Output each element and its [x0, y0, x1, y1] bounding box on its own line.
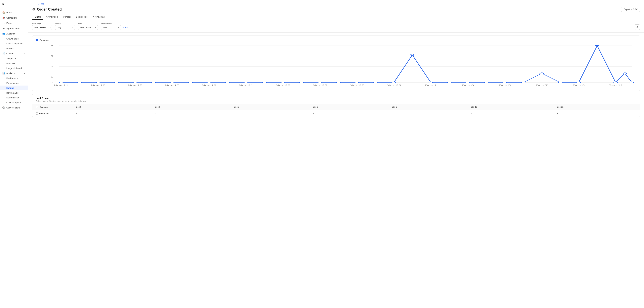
svg-text:1: 1 [50, 76, 53, 78]
sidebar-item-images-brand[interactable]: Images & brand [0, 66, 28, 71]
sidebar-item-home[interactable]: 🏠 Home [0, 10, 28, 15]
view-by-caret: ▾ [72, 27, 73, 28]
svg-text:Nov 13: Nov 13 [91, 84, 105, 86]
svg-text:Nov 23: Nov 23 [276, 84, 290, 86]
sidebar-item-campaigns[interactable]: 📣 Campaigns [0, 15, 28, 20]
table-row: Everyone 1 4 0 1 0 0 1 [32, 110, 640, 117]
sidebar-item-dashboards[interactable]: Dashboards [0, 76, 28, 81]
sidebar-section-content[interactable]: 📄 Content ▲ [0, 51, 28, 56]
data-point [59, 82, 63, 83]
date-range-select[interactable]: Last 30 Days ▾ [32, 25, 52, 30]
view-by-select[interactable]: Daily ▾ [55, 25, 75, 30]
tab-activity-feed[interactable]: Activity feed [43, 14, 60, 20]
sidebar-item-templates[interactable]: Templates [0, 56, 28, 61]
svg-text:Dec 11: Dec 11 [608, 84, 623, 86]
sidebar-item-home-label: Home [6, 11, 12, 14]
sidebar-item-products[interactable]: Products [0, 61, 28, 66]
sidebar-section-content-label: Content [6, 52, 14, 55]
date-range-group: Date range Last 30 Days ▾ [32, 22, 52, 30]
sidebar-item-conversations-label: Conversations [6, 107, 20, 109]
sidebar-item-experiments[interactable]: Experiments [0, 81, 28, 86]
svg-point-37 [577, 82, 580, 83]
sidebar-item-profiles-label: Profiles [6, 47, 14, 50]
sidebar-item-benchmarks-label: Benchmarks [6, 92, 18, 94]
tab-cohorts[interactable]: Cohorts [60, 14, 74, 20]
content-icon: 📄 [2, 52, 5, 55]
sidebar-item-growth-tools[interactable]: Growth tools [0, 36, 28, 41]
sidebar-item-profiles[interactable]: Profiles [0, 46, 28, 51]
svg-point-16 [189, 82, 192, 83]
sidebar-section-audience[interactable]: 👥 Audience ▲ [0, 31, 28, 36]
row-dec10-cell: 0 [467, 110, 554, 117]
sidebar-item-products-label: Products [6, 62, 15, 65]
sidebar-item-lists-segments-label: Lists & segments [6, 42, 23, 45]
breadcrumb[interactable]: ← ← Metrics [32, 3, 640, 5]
date-range-caret: ▾ [50, 27, 50, 28]
tabs: Chart Activity feed Cohorts Best people … [32, 14, 640, 19]
tab-chart[interactable]: Chart [32, 14, 43, 20]
sidebar-item-lists-segments[interactable]: Lists & segments [0, 41, 28, 46]
sidebar-nav: 🏠 Home 📣 Campaigns ▷ Flows ☰ Sign-up for… [0, 8, 28, 112]
export-csv-button[interactable]: Export to CSV [621, 7, 640, 12]
svg-point-24 [336, 82, 340, 83]
measurement-label: Measurement [100, 22, 121, 24]
breadcrumb-arrow: ← [32, 3, 34, 5]
sidebar-section-analytics[interactable]: 📊 Analytics ▲ [0, 71, 28, 76]
sidebar-item-signup-forms[interactable]: ☰ Sign-up forms [0, 26, 28, 31]
col-dec6: Dec 6 [152, 104, 230, 110]
sidebar-item-custom-reports[interactable]: Custom reports [0, 100, 28, 105]
row-checkbox[interactable] [36, 112, 38, 115]
view-by-group: View by Daily ▾ [55, 22, 75, 30]
sidebar-item-flows[interactable]: ▷ Flows [0, 20, 28, 26]
chart-line [61, 46, 632, 83]
svg-point-35 [540, 73, 544, 74]
row-dec5-cell: 1 [72, 110, 152, 117]
svg-point-17 [207, 82, 211, 83]
sidebar-item-signup-forms-label: Sign-up forms [6, 27, 20, 30]
campaigns-icon: 📣 [2, 16, 5, 19]
sidebar-item-images-brand-label: Images & brand [6, 67, 22, 69]
refresh-icon: ↺ [636, 26, 638, 28]
svg-text:Dec 5: Dec 5 [499, 84, 511, 86]
view-by-value: Daily [57, 26, 62, 29]
select-all-checkbox[interactable] [36, 106, 38, 108]
sidebar-item-deliverability-label: Deliverability [6, 96, 19, 99]
svg-text:Nov 15: Nov 15 [128, 84, 142, 86]
row-dec6-cell: 4 [152, 110, 230, 117]
date-range-value: Last 30 Days [34, 26, 46, 29]
tab-best-people[interactable]: Best people [74, 14, 90, 20]
svg-text:Nov 25: Nov 25 [312, 84, 327, 86]
svg-point-31 [466, 82, 470, 83]
svg-text:Nov 27: Nov 27 [350, 84, 364, 86]
measurement-select[interactable]: Total ▾ [100, 25, 121, 30]
svg-text:Nov 19: Nov 19 [202, 84, 216, 86]
tab-activity-map[interactable]: Activity map [90, 14, 107, 20]
row-dec11-cell: 1 [554, 110, 640, 117]
clear-button[interactable]: Clear [124, 25, 128, 30]
table-body: Everyone 1 4 0 1 0 0 1 [32, 110, 640, 117]
filter-caret: ▾ [95, 27, 96, 28]
svg-text:Nov 29: Nov 29 [386, 84, 401, 86]
col-dec8: Dec 8 [310, 104, 388, 110]
sidebar-item-deliverability[interactable]: Deliverability [0, 95, 28, 100]
svg-point-32 [484, 82, 488, 83]
measurement-caret: ▾ [118, 27, 119, 28]
measurement-group: Measurement Total ▾ [100, 22, 121, 30]
svg-text:Dec 1: Dec 1 [425, 84, 437, 86]
row-dec7-cell: 0 [230, 110, 310, 117]
sidebar-item-flows-label: Flows [6, 22, 12, 24]
sidebar-item-benchmarks[interactable]: Benchmarks [0, 90, 28, 95]
sidebar-item-custom-reports-label: Custom reports [6, 101, 21, 104]
filter-select[interactable]: Select a filter ▾ [78, 25, 98, 30]
sidebar-item-experiments-label: Experiments [6, 82, 18, 84]
svg-point-21 [281, 82, 285, 83]
refresh-button[interactable]: ↺ [634, 24, 640, 30]
svg-point-30 [448, 82, 451, 83]
chart-legend: Everyone [36, 39, 636, 41]
svg-point-23 [318, 82, 322, 83]
col-segment: Segment [32, 104, 72, 110]
sidebar-item-conversations[interactable]: 💬 Conversations [0, 105, 28, 110]
table-section: Last 7 days Select rows to filter the ch… [32, 94, 640, 117]
sidebar-item-dashboards-label: Dashboards [6, 77, 18, 80]
sidebar-item-metrics[interactable]: Metrics [0, 86, 28, 90]
